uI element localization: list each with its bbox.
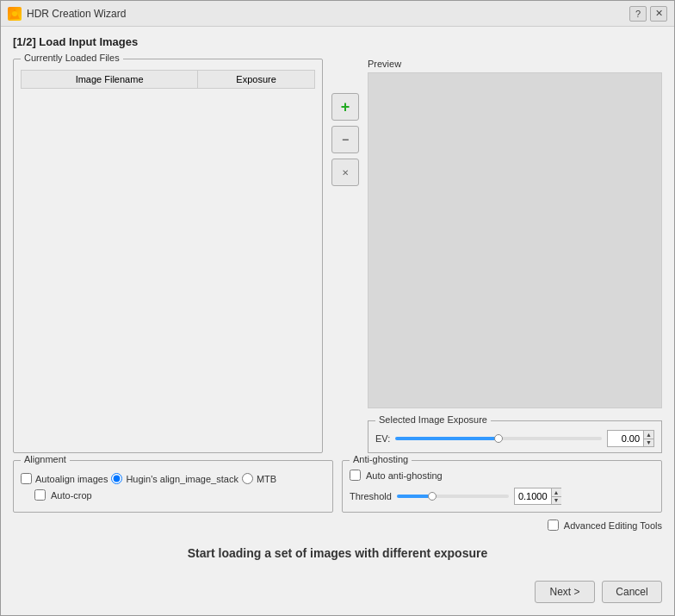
alignment-group: Alignment Autoalign images Hugin's align… xyxy=(13,460,333,513)
main-window: HDR Creation Wizard ? ✕ [1/2] Load Input… xyxy=(0,0,675,616)
step-label: [1/2] Load Input Images xyxy=(13,35,662,48)
bottom-panels: Alignment Autoalign images Hugin's align… xyxy=(13,460,662,513)
right-panel: Preview Selected Image Exposure EV: 0.00… xyxy=(368,59,662,453)
preview-label: Preview xyxy=(368,59,662,69)
close-button[interactable]: ✕ xyxy=(650,6,667,22)
autocrop-row: Auto-crop xyxy=(34,489,325,501)
add-file-button[interactable]: + xyxy=(331,93,359,121)
autoalign-checkbox[interactable] xyxy=(21,473,32,484)
clear-icon: ✕ xyxy=(342,168,349,177)
help-button[interactable]: ? xyxy=(629,6,647,22)
buttons-col: + − ✕ xyxy=(331,59,359,453)
auto-ghosting-label[interactable]: Auto anti-ghosting xyxy=(366,470,443,481)
window-content: [1/2] Load Input Images Currently Loaded… xyxy=(1,27,674,615)
title-bar-left: HDR Creation Wizard xyxy=(8,7,126,21)
footer-buttons: Next > Cancel xyxy=(13,576,662,607)
auto-ghosting-checkbox[interactable] xyxy=(350,470,361,481)
mtb-label[interactable]: MTB xyxy=(257,474,276,484)
ev-increment-button[interactable]: ▲ xyxy=(644,431,653,439)
preview-group: Preview xyxy=(368,59,662,408)
add-icon: + xyxy=(341,98,350,116)
auto-ghosting-row: Auto anti-ghosting xyxy=(350,470,654,481)
title-bar: HDR Creation Wizard ? ✕ xyxy=(1,1,674,27)
clear-files-button[interactable]: ✕ xyxy=(331,159,359,186)
advanced-row: Advanced Editing Tools xyxy=(13,520,662,531)
remove-file-button[interactable]: − xyxy=(331,126,359,153)
ev-slider[interactable] xyxy=(395,437,602,440)
ghosting-title: Anti-ghosting xyxy=(350,454,412,464)
cancel-button[interactable]: Cancel xyxy=(602,581,662,603)
ghosting-group: Anti-ghosting Auto anti-ghosting Thresho… xyxy=(342,460,662,513)
threshold-value: 0.1000 xyxy=(515,491,551,501)
col-exposure: Exposure xyxy=(198,71,315,89)
autoalign-label[interactable]: Autoalign images xyxy=(35,474,108,484)
advanced-label[interactable]: Advanced Editing Tools xyxy=(564,520,662,531)
alignment-options-row: Autoalign images Hugin's align_image_sta… xyxy=(21,473,325,484)
ev-decrement-button[interactable]: ▼ xyxy=(644,439,653,447)
ev-value: 0.00 xyxy=(608,433,643,444)
autocrop-checkbox[interactable] xyxy=(34,489,46,501)
mtb-radio[interactable] xyxy=(242,473,253,484)
ev-spinbox-btns: ▲ ▼ xyxy=(643,431,653,446)
svg-point-1 xyxy=(12,11,17,16)
threshold-spinbox: 0.1000 ▲ ▼ xyxy=(514,488,561,505)
file-table: Image Filename Exposure xyxy=(21,70,315,89)
files-group: Currently Loaded Files Image Filename Ex… xyxy=(13,59,323,453)
file-table-wrapper: Image Filename Exposure xyxy=(21,70,315,445)
hugin-label[interactable]: Hugin's align_image_stack xyxy=(126,474,238,484)
preview-area xyxy=(368,72,662,408)
exposure-title: Selected Image Exposure xyxy=(375,414,491,425)
remove-icon: − xyxy=(342,133,349,146)
autocrop-label[interactable]: Auto-crop xyxy=(51,490,92,501)
files-group-title: Currently Loaded Files xyxy=(21,53,123,63)
threshold-increment-button[interactable]: ▲ xyxy=(552,488,561,496)
next-button[interactable]: Next > xyxy=(535,581,595,603)
main-area: Currently Loaded Files Image Filename Ex… xyxy=(13,59,662,453)
hint-text: Start loading a set of images with diffe… xyxy=(13,538,662,569)
threshold-row: Threshold 0.1000 ▲ ▼ xyxy=(350,488,654,505)
app-icon xyxy=(8,7,22,21)
advanced-checkbox[interactable] xyxy=(548,520,559,531)
ev-row: EV: 0.00 ▲ ▼ xyxy=(375,430,654,447)
ev-label: EV: xyxy=(375,433,390,444)
threshold-decrement-button[interactable]: ▼ xyxy=(552,496,561,505)
col-filename: Image Filename xyxy=(22,71,198,89)
threshold-spinbox-btns: ▲ ▼ xyxy=(551,488,561,504)
alignment-title: Alignment xyxy=(21,454,70,464)
window-title: HDR Creation Wizard xyxy=(27,8,126,20)
threshold-slider[interactable] xyxy=(397,495,509,498)
ev-spinbox: 0.00 ▲ ▼ xyxy=(607,430,654,447)
exposure-section: Selected Image Exposure EV: 0.00 ▲ ▼ xyxy=(368,420,662,453)
title-bar-controls: ? ✕ xyxy=(629,6,667,22)
threshold-label: Threshold xyxy=(350,491,392,501)
hugin-radio[interactable] xyxy=(111,473,122,484)
left-panel: Currently Loaded Files Image Filename Ex… xyxy=(13,59,323,453)
